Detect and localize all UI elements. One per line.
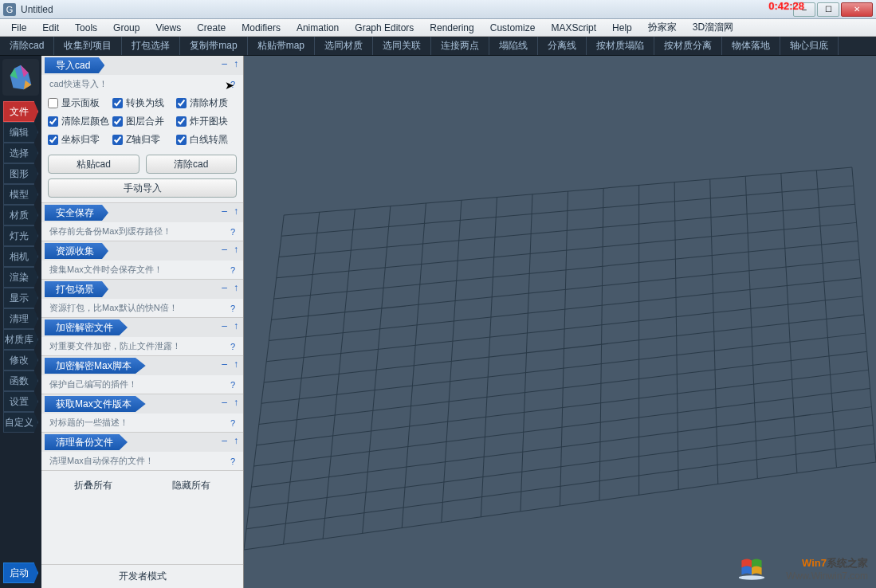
- tool-btn[interactable]: 打包选择: [122, 37, 180, 55]
- option-5[interactable]: 炸开图块: [176, 115, 237, 128]
- section-title[interactable]: 加密解密文件: [45, 319, 128, 335]
- side-tab-1[interactable]: 编辑: [3, 122, 38, 143]
- section-title[interactable]: 资源收集: [45, 243, 108, 259]
- launch-tab[interactable]: 启动: [3, 563, 38, 583]
- help-icon[interactable]: ?: [230, 265, 235, 275]
- tool-btn[interactable]: 轴心归底: [780, 37, 839, 55]
- menu-views[interactable]: Views: [147, 21, 189, 35]
- viewport-3d[interactable]: [244, 56, 876, 588]
- section-title[interactable]: 导入cad: [45, 57, 104, 73]
- help-icon[interactable]: ?: [230, 457, 235, 466]
- paste-cad-button[interactable]: 粘贴cad: [48, 155, 139, 174]
- option-checkbox[interactable]: [112, 135, 123, 145]
- collapse-icon[interactable]: –: [222, 320, 227, 331]
- menu-modifiers[interactable]: Modifiers: [234, 21, 289, 35]
- tool-btn[interactable]: 清除cad: [0, 37, 54, 55]
- option-checkbox[interactable]: [176, 116, 187, 127]
- collapse-icon[interactable]: –: [222, 397, 227, 408]
- help-icon[interactable]: ?: [230, 80, 235, 89]
- fold-all-button[interactable]: 折叠所有: [74, 479, 112, 492]
- pin-icon[interactable]: ↑: [234, 58, 238, 69]
- help-icon[interactable]: ?: [230, 418, 235, 428]
- help-icon[interactable]: ?: [230, 227, 235, 237]
- option-4[interactable]: 图层合并: [112, 115, 173, 128]
- side-tab-10[interactable]: 清理: [3, 308, 38, 329]
- tool-btn[interactable]: 按材质分离: [654, 37, 722, 55]
- section-title[interactable]: 安全保存: [45, 205, 108, 221]
- tool-btn[interactable]: 粘贴带map: [248, 37, 315, 55]
- option-checkbox[interactable]: [112, 98, 123, 108]
- menu-customize[interactable]: Customize: [482, 21, 544, 35]
- collapse-icon[interactable]: –: [222, 435, 227, 446]
- menu-tools[interactable]: Tools: [67, 21, 105, 35]
- collapse-icon[interactable]: –: [222, 359, 227, 370]
- collapse-icon[interactable]: –: [222, 206, 227, 217]
- option-3[interactable]: 清除层颜色: [48, 115, 109, 128]
- pin-icon[interactable]: ↑: [234, 397, 238, 408]
- pin-icon[interactable]: ↑: [234, 282, 238, 293]
- side-tab-11[interactable]: 材质库: [3, 329, 38, 350]
- option-checkbox[interactable]: [112, 116, 123, 127]
- collapse-icon[interactable]: –: [222, 58, 227, 69]
- menu-edit[interactable]: Edit: [34, 21, 67, 35]
- side-tab-2[interactable]: 选择: [3, 143, 38, 163]
- tool-btn[interactable]: 塌陷线: [489, 37, 538, 55]
- section-title[interactable]: 打包场景: [45, 281, 108, 297]
- menu-graph-editors[interactable]: Graph Editors: [347, 21, 422, 35]
- pin-icon[interactable]: ↑: [234, 359, 238, 370]
- option-checkbox[interactable]: [176, 98, 187, 108]
- menu-animation[interactable]: Animation: [289, 21, 347, 35]
- option-2[interactable]: 清除材质: [176, 96, 237, 110]
- developer-mode-button[interactable]: 开发者模式: [41, 564, 243, 588]
- option-7[interactable]: Z轴归零: [112, 133, 173, 147]
- option-checkbox[interactable]: [176, 135, 187, 145]
- option-8[interactable]: 白线转黑: [176, 133, 237, 147]
- help-icon[interactable]: ?: [230, 380, 235, 390]
- close-button[interactable]: ✕: [841, 2, 873, 17]
- hide-all-button[interactable]: 隐藏所有: [172, 479, 210, 492]
- side-tab-3[interactable]: 图形: [3, 163, 38, 184]
- menu-create[interactable]: Create: [189, 21, 234, 35]
- menu-maxscript[interactable]: MAXScript: [543, 21, 604, 35]
- section-title[interactable]: 加密解密Max脚本: [45, 358, 146, 374]
- section-title[interactable]: 获取Max文件版本: [45, 396, 146, 412]
- tool-btn[interactable]: 选同关联: [373, 37, 431, 55]
- maximize-button[interactable]: ☐: [817, 2, 839, 17]
- pin-icon[interactable]: ↑: [234, 244, 238, 255]
- manual-import-button[interactable]: 手动导入: [48, 178, 237, 198]
- tool-btn[interactable]: 按材质塌陷: [587, 37, 654, 55]
- tool-btn[interactable]: 分离线: [538, 37, 587, 55]
- tool-btn[interactable]: 物体落地: [722, 37, 780, 55]
- menu-help[interactable]: Help: [604, 21, 640, 35]
- clear-cad-button[interactable]: 清除cad: [146, 155, 238, 174]
- side-tab-7[interactable]: 相机: [3, 246, 38, 267]
- side-tab-8[interactable]: 渲染: [3, 267, 38, 288]
- side-tab-15[interactable]: 自定义: [3, 412, 38, 433]
- option-1[interactable]: 转换为线: [112, 96, 173, 110]
- menu-扮家家[interactable]: 扮家家: [640, 19, 685, 36]
- tool-btn[interactable]: 复制带map: [180, 37, 247, 55]
- menu-rendering[interactable]: Rendering: [422, 21, 481, 35]
- side-tab-0[interactable]: 文件: [3, 101, 38, 122]
- collapse-icon[interactable]: –: [222, 244, 227, 255]
- option-checkbox[interactable]: [48, 116, 58, 127]
- pin-icon[interactable]: ↑: [234, 206, 238, 217]
- option-checkbox[interactable]: [48, 135, 58, 145]
- side-tab-12[interactable]: 修改: [3, 350, 38, 370]
- tool-btn[interactable]: 选同材质: [315, 37, 373, 55]
- menu-3d溜溜网[interactable]: 3D溜溜网: [685, 19, 741, 36]
- pin-icon[interactable]: ↑: [234, 435, 238, 446]
- side-tab-6[interactable]: 灯光: [3, 225, 38, 246]
- help-icon[interactable]: ?: [230, 304, 235, 313]
- collapse-icon[interactable]: –: [222, 282, 227, 293]
- menu-group[interactable]: Group: [105, 21, 147, 35]
- side-tab-5[interactable]: 材质: [3, 205, 38, 225]
- pin-icon[interactable]: ↑: [234, 320, 238, 331]
- option-0[interactable]: 显示面板: [48, 96, 109, 110]
- tool-btn[interactable]: 收集到项目: [54, 37, 122, 55]
- side-tab-14[interactable]: 设置: [3, 391, 38, 412]
- section-title[interactable]: 清理备份文件: [45, 434, 128, 450]
- option-checkbox[interactable]: [48, 98, 58, 108]
- side-tab-9[interactable]: 显示: [3, 288, 38, 308]
- tool-btn[interactable]: 连接两点: [431, 37, 489, 55]
